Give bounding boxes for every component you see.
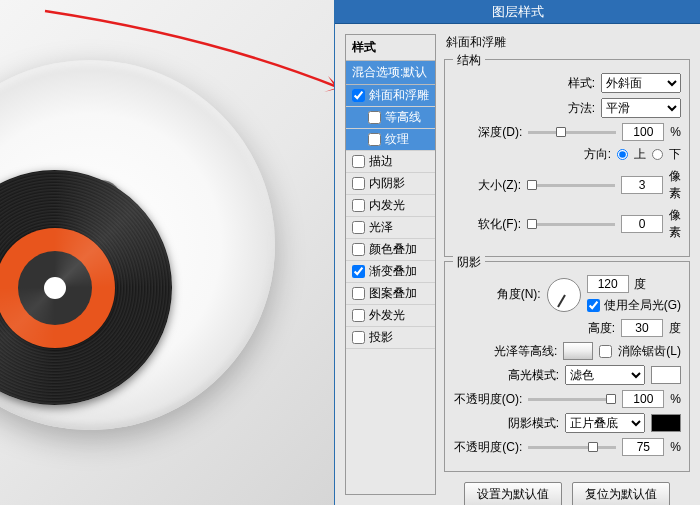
layer-style-dialog: 图层样式 样式 混合选项:默认 斜面和浮雕 等高线 纹理 描边 (334, 0, 700, 505)
size-input[interactable] (621, 176, 663, 194)
style-label: 光泽 (369, 219, 393, 236)
style-label: 样式: (527, 75, 595, 92)
style-label: 斜面和浮雕 (369, 87, 429, 104)
shading-title: 阴影 (453, 254, 485, 271)
soften-input[interactable] (621, 215, 663, 233)
photoshop-canvas (0, 0, 358, 505)
size-unit: 像素 (669, 168, 681, 202)
style-texture[interactable]: 纹理 (346, 129, 435, 151)
style-inner-shadow-checkbox[interactable] (352, 177, 365, 190)
direction-down: 下 (669, 146, 681, 163)
style-bevel-emboss[interactable]: 斜面和浮雕 (346, 85, 435, 107)
record-hole (44, 277, 66, 299)
technique-label: 方法: (527, 100, 595, 117)
shadow-color-swatch[interactable] (651, 414, 681, 432)
styles-list: 样式 混合选项:默认 斜面和浮雕 等高线 纹理 描边 内阴影 (345, 34, 436, 495)
size-label: 大小(Z): (453, 177, 521, 194)
highlight-color-swatch[interactable] (651, 366, 681, 384)
style-drop-shadow-checkbox[interactable] (352, 331, 365, 344)
shadow-mode-label: 阴影模式: (491, 415, 559, 432)
style-label: 纹理 (385, 131, 409, 148)
soften-label: 软化(F): (453, 216, 521, 233)
style-label: 投影 (369, 329, 393, 346)
size-slider[interactable] (527, 184, 615, 187)
style-satin-checkbox[interactable] (352, 221, 365, 234)
depth-input[interactable] (622, 123, 664, 141)
shadow-opacity-label: 不透明度(C): (454, 439, 522, 456)
reset-default-button[interactable]: 复位为默认值 (572, 482, 670, 505)
depth-slider[interactable] (528, 131, 616, 134)
style-label: 颜色叠加 (369, 241, 417, 258)
style-gradient-overlay-checkbox[interactable] (352, 265, 365, 278)
antialias-label: 消除锯齿(L) (618, 343, 681, 360)
depth-label: 深度(D): (454, 124, 522, 141)
shadow-opacity-slider[interactable] (528, 446, 616, 449)
highlight-opacity-unit: % (670, 392, 681, 406)
style-outer-glow-checkbox[interactable] (352, 309, 365, 322)
style-label: 图案叠加 (369, 285, 417, 302)
soften-slider[interactable] (527, 223, 615, 226)
structure-group: 结构 样式: 外斜面 方法: 平滑 深度(D): % 方向: (444, 59, 690, 257)
dialog-title: 图层样式 (335, 0, 700, 24)
style-drop-shadow[interactable]: 投影 (346, 327, 435, 349)
gloss-label: 光泽等高线: (489, 343, 557, 360)
style-gradient-overlay[interactable]: 渐变叠加 (346, 261, 435, 283)
global-light-checkbox[interactable] (587, 299, 600, 312)
style-label: 等高线 (385, 109, 421, 126)
structure-title: 结构 (453, 52, 485, 69)
style-stroke[interactable]: 描边 (346, 151, 435, 173)
direction-up-radio[interactable] (617, 149, 628, 160)
angle-unit: 度 (634, 276, 646, 293)
style-pattern-overlay-checkbox[interactable] (352, 287, 365, 300)
style-color-overlay-checkbox[interactable] (352, 243, 365, 256)
style-inner-shadow[interactable]: 内阴影 (346, 173, 435, 195)
style-label: 描边 (369, 153, 393, 170)
style-contour-checkbox[interactable] (368, 111, 381, 124)
dialog-body: 样式 混合选项:默认 斜面和浮雕 等高线 纹理 描边 内阴影 (335, 24, 700, 505)
style-label: 渐变叠加 (369, 263, 417, 280)
angle-input[interactable] (587, 275, 629, 293)
highlight-mode-select[interactable]: 滤色 (565, 365, 645, 385)
style-color-overlay[interactable]: 颜色叠加 (346, 239, 435, 261)
shading-group: 阴影 角度(N): 度 使用全局光(G) (444, 261, 690, 472)
style-select[interactable]: 外斜面 (601, 73, 681, 93)
technique-select[interactable]: 平滑 (601, 98, 681, 118)
style-bevel-checkbox[interactable] (352, 89, 365, 102)
highlight-opacity-slider[interactable] (528, 398, 616, 401)
global-light-label: 使用全局光(G) (604, 297, 681, 314)
highlight-opacity-label: 不透明度(O): (454, 391, 523, 408)
direction-up: 上 (634, 146, 646, 163)
direction-down-radio[interactable] (652, 149, 663, 160)
altitude-label: 高度: (547, 320, 615, 337)
altitude-input[interactable] (621, 319, 663, 337)
direction-label: 方向: (543, 146, 611, 163)
settings-panel: 斜面和浮雕 结构 样式: 外斜面 方法: 平滑 深度(D): % (436, 24, 700, 505)
antialias-checkbox[interactable] (599, 345, 612, 358)
blend-options[interactable]: 混合选项:默认 (346, 61, 435, 85)
style-satin[interactable]: 光泽 (346, 217, 435, 239)
style-pattern-overlay[interactable]: 图案叠加 (346, 283, 435, 305)
style-inner-glow-checkbox[interactable] (352, 199, 365, 212)
style-contour[interactable]: 等高线 (346, 107, 435, 129)
footer-buttons: 设置为默认值 复位为默认值 (444, 482, 690, 505)
highlight-mode-label: 高光模式: (491, 367, 559, 384)
style-texture-checkbox[interactable] (368, 133, 381, 146)
shadow-mode-select[interactable]: 正片叠底 (565, 413, 645, 433)
shadow-opacity-input[interactable] (622, 438, 664, 456)
style-label: 内阴影 (369, 175, 405, 192)
style-label: 外发光 (369, 307, 405, 324)
style-outer-glow[interactable]: 外发光 (346, 305, 435, 327)
angle-dial[interactable] (547, 278, 581, 312)
style-inner-glow[interactable]: 内发光 (346, 195, 435, 217)
shadow-opacity-unit: % (670, 440, 681, 454)
soften-unit: 像素 (669, 207, 681, 241)
styles-header[interactable]: 样式 (346, 35, 435, 61)
make-default-button[interactable]: 设置为默认值 (464, 482, 562, 505)
style-stroke-checkbox[interactable] (352, 155, 365, 168)
record-label-inner (18, 251, 92, 325)
angle-label: 角度(N): (473, 286, 541, 303)
gloss-contour-swatch[interactable] (563, 342, 593, 360)
highlight-opacity-input[interactable] (622, 390, 664, 408)
depth-unit: % (670, 125, 681, 139)
style-label: 内发光 (369, 197, 405, 214)
